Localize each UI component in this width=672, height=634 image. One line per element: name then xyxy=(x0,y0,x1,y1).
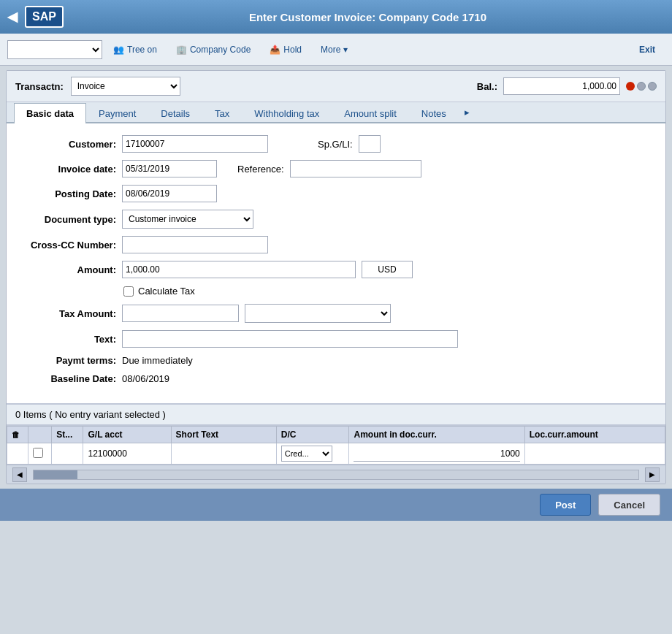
row-checkbox-cell[interactable] xyxy=(28,443,51,465)
company-code-button[interactable]: 🏢 Company Code xyxy=(168,39,259,60)
row-amount-input[interactable] xyxy=(354,446,519,462)
tab-details[interactable]: Details xyxy=(148,103,202,123)
tab-tax[interactable]: Tax xyxy=(202,103,242,123)
row-dc-select[interactable]: Cred... Debit xyxy=(281,446,332,462)
posting-date-input[interactable] xyxy=(122,185,217,202)
hold-label: Hold xyxy=(283,45,302,55)
transactn-label: Transactn: xyxy=(15,81,64,92)
cross-cc-label: Cross-CC Number: xyxy=(21,240,116,251)
currency-input[interactable] xyxy=(362,261,413,278)
bal-label: Bal.: xyxy=(477,81,497,92)
spgli-label: Sp.G/LI: xyxy=(318,139,353,150)
form-area: Customer: Sp.G/LI: Invoice date: Referen… xyxy=(7,123,665,404)
calculate-tax-label: Calculate Tax xyxy=(138,286,195,297)
tab-notes[interactable]: Notes xyxy=(409,103,459,123)
window-title: Enter Customer Invoice: Company Code 171… xyxy=(71,11,665,23)
back-button[interactable]: ◀ xyxy=(7,9,18,25)
title-bar: ◀ SAP Enter Customer Invoice: Company Co… xyxy=(0,0,672,34)
invoice-date-row: Invoice date: Reference: xyxy=(21,160,651,177)
delete-icon: 🗑 xyxy=(12,430,20,439)
tree-on-label: Tree on xyxy=(127,45,157,55)
toolbar-select[interactable] xyxy=(7,40,102,59)
row-checkbox[interactable] xyxy=(33,448,43,458)
tabs-container: Basic data Payment Details Tax Withholdi… xyxy=(7,102,665,123)
scroll-right-button[interactable]: ▶ xyxy=(645,467,660,482)
scroll-thumb xyxy=(34,470,77,479)
document-type-label: Document type: xyxy=(21,214,116,225)
transactn-select[interactable]: Invoice Credit memo Debit memo xyxy=(71,77,180,96)
exit-button[interactable]: Exit xyxy=(630,39,665,60)
text-row: Text: xyxy=(21,330,651,348)
action-bar: Post Cancel xyxy=(0,489,672,521)
row-loc-cell xyxy=(524,443,665,465)
tab-more[interactable]: ▸ xyxy=(459,102,476,122)
cancel-button[interactable]: Cancel xyxy=(598,494,660,516)
hold-button[interactable]: 📤 Hold xyxy=(261,39,310,60)
row-amount-cell[interactable] xyxy=(349,443,524,465)
tab-amount-split[interactable]: Amount split xyxy=(332,103,409,123)
baseline-date-value: 08/06/2019 xyxy=(122,373,169,384)
posting-date-row: Posting Date: xyxy=(21,185,651,202)
col-header-loc: Loc.curr.amount xyxy=(524,427,665,443)
customer-input[interactable] xyxy=(122,135,268,153)
tax-type-select[interactable] xyxy=(245,304,391,323)
hold-icon: 📤 xyxy=(270,45,280,55)
main-content: Transactn: Invoice Credit memo Debit mem… xyxy=(6,70,666,484)
baseline-date-label: Baseline Date: xyxy=(21,373,116,384)
col-header-short: Short Text xyxy=(171,427,276,443)
items-header-text: 0 Items ( No entry variant selected ) xyxy=(15,409,166,420)
status-dot-gray-2 xyxy=(648,82,657,91)
paymt-terms-value: Due immediately xyxy=(122,355,193,366)
paymt-terms-label: Paymt terms: xyxy=(21,355,116,366)
post-button[interactable]: Post xyxy=(540,494,591,516)
col-header-dc: D/C xyxy=(276,427,349,443)
items-table-container: 🗑 St... G/L acct Short Text D/C Amount i… xyxy=(7,425,665,465)
row-short-text-cell xyxy=(171,443,276,465)
text-label: Text: xyxy=(21,334,116,345)
spgli-input[interactable] xyxy=(359,135,381,153)
more-button[interactable]: More ▾ xyxy=(313,39,356,60)
bottom-nav: ◀ ▶ xyxy=(7,465,665,484)
tree-on-button[interactable]: 👥 Tree on xyxy=(105,39,165,60)
company-code-label: Company Code xyxy=(190,45,251,55)
posting-date-label: Posting Date: xyxy=(21,188,116,199)
items-table: 🗑 St... G/L acct Short Text D/C Amount i… xyxy=(7,426,665,465)
row-delete-cell xyxy=(7,443,28,465)
row-st-cell xyxy=(52,443,83,465)
invoice-date-input[interactable] xyxy=(122,160,217,177)
reference-label: Reference: xyxy=(237,164,284,175)
bal-section: Bal.: xyxy=(477,77,657,95)
chevron-right-icon: ▸ xyxy=(465,107,470,118)
company-code-icon: 🏢 xyxy=(176,45,187,55)
amount-input[interactable] xyxy=(122,261,356,278)
tax-amount-input[interactable] xyxy=(122,305,239,322)
horizontal-scrollbar[interactable] xyxy=(33,470,639,480)
tab-basic-data[interactable]: Basic data xyxy=(14,103,86,123)
bal-input[interactable] xyxy=(503,77,620,95)
col-header-amount: Amount in doc.curr. xyxy=(349,427,524,443)
reference-input[interactable] xyxy=(290,160,421,177)
status-dot-gray-1 xyxy=(637,82,646,91)
tree-on-icon: 👥 xyxy=(113,45,124,55)
sap-logo: SAP xyxy=(25,6,64,28)
scroll-left-button[interactable]: ◀ xyxy=(12,467,27,482)
col-header-st: St... xyxy=(52,427,83,443)
customer-label: Customer: xyxy=(21,139,116,150)
text-input[interactable] xyxy=(122,330,458,348)
col-header-delete: 🗑 xyxy=(7,427,28,443)
tab-withholding-tax[interactable]: Withholding tax xyxy=(242,103,332,123)
cross-cc-row: Cross-CC Number: xyxy=(21,236,651,253)
cross-cc-input[interactable] xyxy=(122,236,268,253)
row-dc-cell[interactable]: Cred... Debit xyxy=(276,443,349,465)
invoice-date-label: Invoice date: xyxy=(21,164,116,175)
baseline-date-row: Baseline Date: 08/06/2019 xyxy=(21,373,651,384)
status-dots xyxy=(626,82,657,91)
paymt-terms-row: Paymt terms: Due immediately xyxy=(21,355,651,366)
calculate-tax-checkbox[interactable] xyxy=(123,286,134,297)
more-label: More xyxy=(321,45,340,55)
tab-payment[interactable]: Payment xyxy=(86,103,148,123)
more-chevron-icon: ▾ xyxy=(343,45,348,55)
document-type-select[interactable]: Customer invoice Credit memo xyxy=(122,210,253,229)
amount-row: Amount: xyxy=(21,261,651,278)
table-row: 12100000 Cred... Debit xyxy=(7,443,665,465)
